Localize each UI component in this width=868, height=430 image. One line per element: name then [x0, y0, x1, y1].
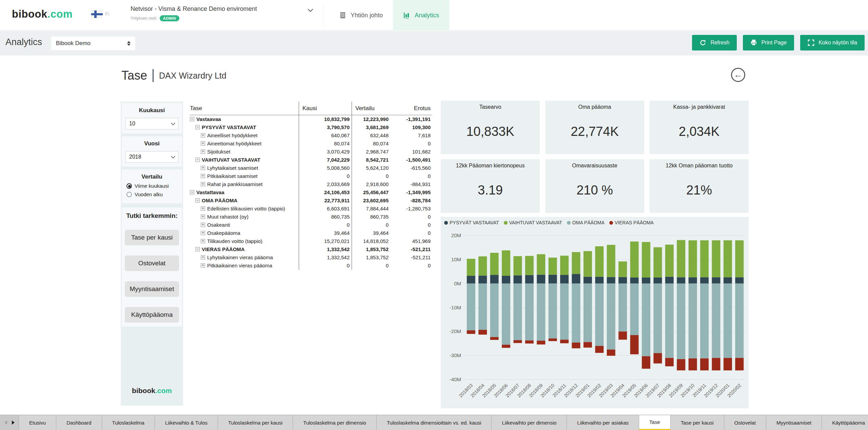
expand-icon[interactable]: + — [201, 255, 205, 260]
expand-icon[interactable]: + — [201, 231, 205, 235]
expand-icon[interactable]: + — [201, 214, 205, 219]
print-page-button[interactable]: Print Page — [743, 35, 794, 50]
kpi-card-2[interactable]: Kassa- ja pankkivarat2,034K — [650, 101, 749, 154]
expand-icon[interactable]: + — [201, 239, 205, 243]
table-row[interactable]: +Sijoitukset3,070,4292,968,747101,682 — [190, 148, 432, 156]
month-select[interactable]: 10 — [125, 118, 178, 129]
page-tab-liikevaihto-per-asiakas[interactable]: Liikevaihto per asiakas — [567, 415, 639, 430]
legend-item-vieras-pääoma[interactable]: VIERAS PÄÄOMA — [609, 220, 654, 225]
table-row[interactable]: +Pitkäaikaiset saamiset000 — [190, 172, 432, 180]
comparison-filter-label: Vertailu — [122, 169, 182, 180]
tab-prev-button[interactable] — [4, 421, 7, 425]
chevron-down-icon — [171, 154, 175, 159]
back-button[interactable]: ← — [731, 68, 745, 82]
radio-option-vuoden-alku[interactable]: Vuoden alku — [126, 191, 182, 197]
expand-icon[interactable]: + — [201, 263, 205, 268]
table-row[interactable]: −Vastaavaa10,832,79912,223,990-1,391,191 — [190, 115, 432, 123]
page-tab-tase[interactable]: Tase — [639, 415, 671, 430]
table-row[interactable]: +Lyhytaikainen vieras pääoma1,332,5421,8… — [190, 253, 432, 262]
vertailu-value: 80,074 — [352, 140, 392, 148]
kausi-value: 0 — [299, 262, 352, 270]
page-tab-tase-per-kausi[interactable]: Tase per kausi — [671, 415, 724, 430]
expand-icon[interactable]: + — [201, 223, 205, 227]
collapse-icon[interactable]: − — [195, 125, 200, 129]
tab-nav-arrows — [0, 415, 19, 430]
workspace-selector[interactable]: Netvisor - Visma & Renance Demo envirome… — [131, 5, 320, 21]
analytics-toolbar: Analytics Bibook Demo RefreshPrint PageK… — [0, 31, 868, 55]
expand-icon[interactable]: + — [201, 133, 205, 138]
table-row[interactable]: +Lyhytaikaiset saamiset5,008,5605,624,12… — [190, 164, 432, 172]
legend-item-oma-pääoma[interactable]: OMA PÄÄOMA — [567, 220, 605, 225]
legend-label: VIERAS PÄÄOMA — [615, 220, 654, 225]
header-tab-label: Analytics — [415, 12, 439, 19]
expand-icon[interactable]: + — [201, 206, 205, 211]
refresh-button[interactable]: Refresh — [692, 35, 737, 50]
table-row[interactable]: −PYSYVÄT VASTAAVAT3,790,5703,681,269109,… — [190, 123, 432, 131]
collapse-icon[interactable]: − — [190, 117, 194, 121]
erotus-value: 0 — [392, 140, 432, 148]
kpi-card-1[interactable]: Oma pääoma22,774K — [545, 101, 644, 154]
year-select[interactable]: 2018 — [125, 151, 178, 163]
kpi-card-4[interactable]: Omavaraisuusaste210 % — [545, 159, 644, 213]
collapse-icon[interactable]: − — [195, 158, 200, 162]
col-header-vertailu[interactable]: Vertailu — [352, 105, 392, 112]
page-tab-liikevaihto-tulos[interactable]: Liikevaihto & Tulos — [155, 415, 218, 430]
row-label-cell: −VIERAS PÄÄOMA — [190, 245, 299, 253]
page-tab-tuloslaskelma-per-kausi[interactable]: Tuloslaskelma per kausi — [218, 415, 293, 430]
legend-item-pysyvät-vastaavat[interactable]: PYSYVÄT VASTAAVAT — [444, 220, 499, 225]
kpi-card-0[interactable]: Tasearvo10,833K — [441, 101, 540, 154]
expand-icon[interactable]: + — [201, 174, 205, 178]
table-row[interactable]: +Tilikauden voitto (tappio)15,270,02114,… — [190, 237, 432, 245]
koko-näytön-tila-button[interactable]: Koko näytön tila — [800, 35, 865, 50]
page-tab-liikevaihto-per-dimensio[interactable]: Liikevaihto per dimensio — [492, 415, 567, 430]
explore-button-käyttöpääoma[interactable]: Käyttöpääoma — [125, 307, 179, 323]
stacked-bar-chart[interactable]: 20M10M0M-10M-20M-30M-40M2018/032018/0420… — [441, 225, 749, 405]
kpi-card-3[interactable]: 12kk Pääoman kiertonopeus3.19 — [441, 159, 540, 213]
col-header-tase[interactable]: Tase — [190, 102, 299, 115]
header-tab-analytics[interactable]: Analytics — [393, 0, 449, 30]
collapse-icon[interactable]: − — [195, 247, 200, 251]
page-tab-tuloslaskelma-per-dimensio[interactable]: Tuloslaskelma per dimensio — [293, 415, 376, 430]
page-tab-ostovelat[interactable]: Ostovelat — [724, 415, 766, 430]
collapse-icon[interactable]: − — [190, 190, 194, 194]
expand-icon[interactable]: + — [201, 182, 205, 186]
table-row[interactable]: −VIERAS PÄÄOMA1,332,5421,853,752-521,211 — [190, 245, 432, 253]
erotus-value: 451,969 — [392, 237, 432, 245]
kpi-value: 210 % — [545, 183, 644, 198]
page-tab-myyntisaamiset[interactable]: Myyntisaamiset — [766, 415, 822, 430]
tab-next-button[interactable] — [12, 421, 15, 425]
report-select[interactable]: Bibook Demo — [51, 36, 136, 50]
explore-button-myyntisaamiset[interactable]: Myyntisaamiset — [125, 281, 179, 297]
table-row[interactable]: +Aineelliset hyödykkeet640,067632,4487,6… — [190, 131, 432, 140]
explore-button-ostovelat[interactable]: Ostovelat — [125, 255, 179, 271]
col-header-kausi[interactable]: Kausi — [299, 102, 352, 115]
expand-icon[interactable]: + — [201, 141, 205, 146]
table-row[interactable]: +Aineettomat hyödykkeet80,07480,0740 — [190, 140, 432, 148]
page-tab-etusivu[interactable]: Etusivu — [19, 415, 56, 430]
table-row[interactable]: +Osakepääoma39,46439,4640 — [190, 229, 432, 237]
table-row[interactable]: +Osakeanti000 — [190, 221, 432, 229]
kpi-card-5[interactable]: 12kk Oman pääoman tuotto21% — [650, 159, 749, 213]
page-tab-tuloslaskelma[interactable]: Tuloslaskelma — [102, 415, 155, 430]
collapse-icon[interactable]: − — [195, 198, 200, 203]
expand-icon[interactable]: + — [201, 149, 205, 154]
col-header-erotus[interactable]: Erotus — [392, 105, 432, 112]
table-row[interactable]: −OMA PÄÄOMA22,773,91123,602,695-828,784 — [190, 197, 432, 205]
report-select-value: Bibook Demo — [56, 40, 91, 47]
expand-icon[interactable]: + — [201, 166, 205, 170]
table-row[interactable]: +Pitkäaikainen vieras pääoma000 — [190, 262, 432, 270]
table-row[interactable]: −VAIHTUVAT VASTAAVAT7,042,2298,542,721-1… — [190, 156, 432, 164]
table-row[interactable]: −Vastattavaa24,106,45325,456,447-1,349,9… — [190, 188, 432, 197]
legend-item-vaihtuvat-vastaavat[interactable]: VAIHTUVAT VASTAAVAT — [504, 220, 562, 225]
language-selector[interactable]: FI — [91, 10, 109, 18]
page-tab-käyttöpääoma[interactable]: Käyttöpääoma — [822, 415, 868, 430]
table-row[interactable]: +Rahat ja pankkisaamiset2,033,6692,918,6… — [190, 180, 432, 188]
explore-button-tase-per-kausi[interactable]: Tase per kausi — [125, 230, 179, 245]
page-tab-dashboard[interactable]: Dashboard — [56, 415, 102, 430]
radio-option-viime-kuukausi[interactable]: Viime kuukausi — [126, 183, 182, 189]
header-tab-yhtiön-johto[interactable]: Yhtiön johto — [329, 0, 393, 30]
row-label-cell: −OMA PÄÄOMA — [190, 197, 299, 205]
table-row[interactable]: +Edellisten tilikausien voitto (tappio)6… — [190, 205, 432, 213]
page-tab-tuloslaskelma-dimensioittain-vs-ed-kausi[interactable]: Tuloslaskelma dimensioittain vs. ed. kau… — [377, 415, 492, 430]
table-row[interactable]: +Muut rahastot (oy)860,735860,7350 — [190, 213, 432, 221]
